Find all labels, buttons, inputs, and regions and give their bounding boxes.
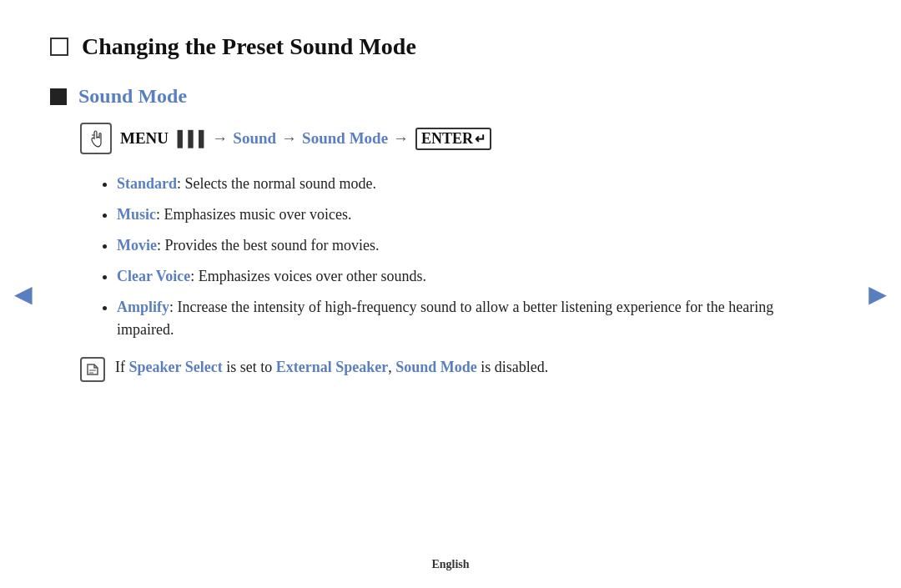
section-header: Sound Mode — [50, 85, 834, 108]
list-item-clear-voice: Clear Voice: Emphasizes voices over othe… — [117, 265, 834, 288]
main-title-row: Changing the Preset Sound Mode — [50, 33, 834, 60]
note-part4: is disabled. — [477, 359, 549, 375]
term-music: Music — [117, 206, 156, 223]
term-standard: Standard — [117, 175, 177, 192]
note-external-speaker: External Speaker — [276, 359, 389, 375]
note-part1: If — [115, 359, 129, 375]
features-list: Standard: Selects the normal sound mode.… — [117, 173, 834, 341]
menu-label: MENU — [120, 129, 169, 148]
menu-navigation-row: MENU ▐▐▐ → Sound → Sound Mode → ENTER↵ — [80, 123, 834, 154]
enter-text: ENTER — [421, 130, 473, 148]
arrow-1: → — [212, 129, 228, 148]
nav-right-arrow[interactable]: ► — [863, 277, 893, 312]
desc-clear-voice: : Emphasizes voices over other sounds. — [190, 268, 426, 284]
arrow-3: → — [393, 129, 409, 148]
sound-nav-item: Sound — [233, 129, 276, 148]
square-bullet-icon — [50, 88, 67, 105]
desc-standard: : Selects the normal sound mode. — [177, 175, 376, 192]
note-row: If Speaker Select is set to External Spe… — [80, 356, 834, 382]
note-text: If Speaker Select is set to External Spe… — [115, 356, 548, 379]
desc-amplify: : Increase the intensity of high-frequen… — [117, 299, 773, 338]
note-part3: , — [388, 359, 395, 375]
footer-text: English — [431, 558, 469, 571]
nav-left-arrow[interactable]: ◄ — [8, 277, 38, 312]
desc-movie: : Provides the best sound for movies. — [157, 237, 379, 254]
menu-icon-symbol: ▐▐▐ — [172, 130, 204, 148]
term-amplify: Amplify — [117, 299, 169, 315]
list-item-movie: Movie: Provides the best sound for movie… — [117, 234, 834, 257]
list-item-amplify: Amplify: Increase the intensity of high-… — [117, 296, 834, 341]
term-movie: Movie — [117, 237, 157, 254]
list-item-music: Music: Emphasizes music over voices. — [117, 204, 834, 226]
sound-mode-nav-item: Sound Mode — [302, 129, 388, 148]
menu-hand-icon — [80, 123, 112, 154]
note-speaker-select: Speaker Select — [129, 359, 223, 375]
list-item-standard: Standard: Selects the normal sound mode. — [117, 173, 834, 195]
main-title-text: Changing the Preset Sound Mode — [82, 33, 416, 60]
enter-arrow-icon: ↵ — [475, 131, 486, 147]
section-title: Sound Mode — [78, 85, 187, 108]
checkbox-icon — [50, 38, 68, 56]
note-part2: is set to — [223, 359, 276, 375]
note-sound-mode: Sound Mode — [395, 359, 477, 375]
arrow-2: → — [281, 129, 297, 148]
desc-music: : Emphasizes music over voices. — [156, 206, 351, 223]
note-icon — [80, 357, 105, 382]
enter-button-label: ENTER↵ — [415, 128, 491, 150]
term-clear-voice: Clear Voice — [117, 268, 190, 284]
